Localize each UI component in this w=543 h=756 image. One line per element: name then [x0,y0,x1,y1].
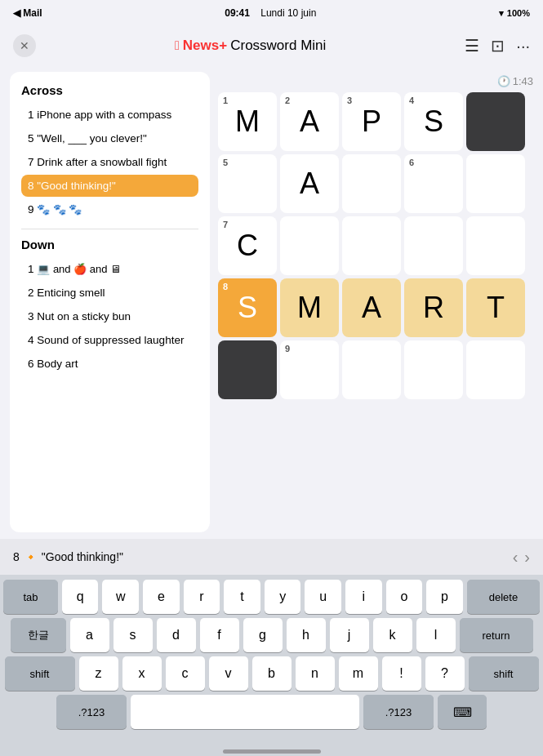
cell-letter-r3-c2: A [362,291,381,325]
across-clue-8-number: 8 [28,180,37,192]
next-clue-arrow[interactable]: › [524,548,530,567]
key-q-0-1[interactable]: q [62,580,99,614]
key-a-1-1[interactable]: a [70,618,109,652]
cell-r2-c3[interactable] [404,216,463,275]
cell-letter-r2-c0: C [237,229,258,263]
key-c-2-3[interactable]: c [166,656,205,691]
cell-r1-c4[interactable] [466,154,525,213]
key-w-0-2[interactable]: w [102,580,139,614]
key-?-2-9[interactable]: ? [425,656,465,691]
key-u-0-7[interactable]: u [305,580,341,614]
key-b-2-5[interactable]: b [252,656,292,691]
across-clue-8[interactable]: 8 "Good thinking!" [21,175,198,197]
down-clue-1[interactable]: 1 💻 and 🍎 and 🖥 [21,258,198,280]
key-e-0-3[interactable]: e [143,580,180,614]
cell-r0-c3[interactable]: 4S [404,92,463,151]
key-space-3-1[interactable] [131,695,359,729]
cell-r3-c0[interactable]: 8S [218,278,277,337]
timer-value: 1:43 [513,75,533,87]
key-j-1-7[interactable]: j [330,618,369,652]
status-time: 09:41 Lundi 10 juin [225,7,316,19]
across-clue-9[interactable]: 9 🐾 🐾 🐾 [21,198,198,220]
cell-r4-c0 [218,340,277,399]
key-g-1-5[interactable]: g [243,618,283,652]
cell-r4-c1[interactable]: 9 [280,340,339,399]
key-shift-2-10[interactable]: shift [469,656,539,691]
cell-r3-c1[interactable]: M [280,278,339,337]
nav-title:  News+ Crossword Mini [175,38,326,54]
key-k-1-8[interactable]: k [373,618,412,652]
key-!-2-8[interactable]: ! [382,656,421,691]
cell-r4-c2[interactable] [342,340,401,399]
cell-r0-c0[interactable]: 1M [218,92,277,151]
down-clue-3[interactable]: 3 Nut on a sticky bun [21,305,198,327]
across-clue-9-emoji: 🐾 🐾 🐾 [37,203,82,216]
cell-r1-c1[interactable]: A [280,154,339,213]
close-icon: ✕ [20,39,29,52]
cell-r1-c2[interactable] [342,154,401,213]
cell-number-r4-c1: 9 [285,344,290,354]
across-clue-9-number: 9 [28,203,37,216]
key-.?123-3-2[interactable]: .?123 [363,695,434,729]
cell-r1-c3[interactable]: 6 [404,154,463,213]
key-h-1-6[interactable]: h [287,618,326,652]
down-clue-6[interactable]: 6 Body art [21,353,198,375]
key-delete-0-11[interactable]: delete [467,580,540,614]
key-n-2-6[interactable]: n [296,656,335,691]
cell-r3-c3[interactable]: R [404,278,463,337]
key-f-1-4[interactable]: f [200,618,239,652]
more-icon[interactable]: ··· [516,37,530,56]
cell-r2-c2[interactable] [342,216,401,275]
cell-r2-c4[interactable] [466,216,525,275]
key-s-1-2[interactable]: s [113,618,153,652]
down-clue-2-text: Enticing smell [37,287,105,299]
screen-icon[interactable]: ⊡ [491,36,505,56]
down-clue-3-text: Nut on a sticky bun [37,310,131,322]
cell-r2-c1[interactable] [280,216,339,275]
key-p-0-10[interactable]: p [426,580,463,614]
back-mail[interactable]: ◀ Mail [13,7,42,19]
key-i-0-8[interactable]: i [345,580,382,614]
down-clue-4[interactable]: 4 Sound of suppressed laughter [21,329,198,351]
close-button[interactable]: ✕ [13,34,36,57]
key-y-0-6[interactable]: y [265,580,301,614]
key-v-2-4[interactable]: v [209,656,248,691]
cell-r2-c0[interactable]: 7C [218,216,277,275]
keyboard-row-1: 한글asdfghjklreturn [3,618,540,652]
key-⌨-3-3[interactable]: ⌨ [438,695,487,729]
cell-r3-c4[interactable]: T [466,278,525,337]
key-d-1-3[interactable]: d [157,618,196,652]
key-.?123-3-0[interactable]: .?123 [56,695,127,729]
grid-timer: 🕐 1:43 [497,75,533,87]
clues-divider [21,229,198,229]
list-icon[interactable]: ☰ [465,36,479,56]
across-title: Across [21,83,198,97]
cell-r0-c2[interactable]: 3P [342,92,401,151]
cell-r3-c2[interactable]: A [342,278,401,337]
key-l-1-9[interactable]: l [416,618,456,652]
down-clue-2[interactable]: 2 Enticing smell [21,282,198,304]
key-return-1-10[interactable]: return [460,618,533,652]
cell-r0-c1[interactable]: 2A [280,92,339,151]
cell-r4-c3[interactable] [404,340,463,399]
across-clue-1-number: 1 [28,109,37,121]
keyboard-row-2: shiftzxcvbnm!?shift [3,656,540,691]
across-clue-7[interactable]: 7 Drink after a snowball fight [21,151,198,173]
cell-r1-c0[interactable]: 5 [218,154,277,213]
key-m-2-7[interactable]: m [339,656,378,691]
nav-right-icons: ☰ ⊡ ··· [465,36,530,56]
cell-r4-c4[interactable] [466,340,525,399]
across-clue-1[interactable]: 1 iPhone app with a compass [21,104,198,126]
key-t-0-5[interactable]: t [224,580,260,614]
clues-panel: Across 1 iPhone app with a compass 5 "We… [10,72,210,532]
key-o-0-9[interactable]: o [386,580,423,614]
key-r-0-4[interactable]: r [184,580,220,614]
cell-letter-r3-c4: T [487,291,505,325]
key-x-2-2[interactable]: x [122,656,162,691]
key-shift-2-0[interactable]: shift [5,656,75,691]
key-z-2-1[interactable]: z [79,656,118,691]
prev-clue-arrow[interactable]: ‹ [513,548,519,567]
across-clue-5[interactable]: 5 "Well, ___ you clever!" [21,127,198,149]
key-한글-1-0[interactable]: 한글 [11,618,66,652]
key-tab-0-0[interactable]: tab [3,580,58,614]
